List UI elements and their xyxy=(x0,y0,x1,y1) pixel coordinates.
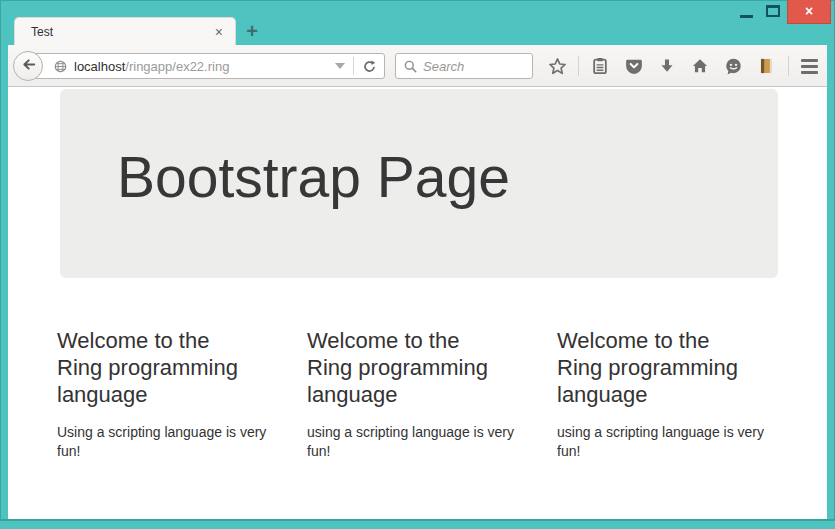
toolbar-icons xyxy=(545,45,821,87)
url-path: /ringapp/ex22.ring xyxy=(125,59,229,74)
jumbotron: Bootstrap Page xyxy=(60,89,778,278)
toolbar-divider xyxy=(788,56,789,76)
home-icon xyxy=(691,57,709,75)
addon-book-button[interactable] xyxy=(755,54,779,78)
titlebar: Test × + × xyxy=(0,0,835,45)
smiley-bubble-icon xyxy=(724,57,743,76)
url-bar[interactable]: localhost/ringapp/ex22.ring xyxy=(30,53,385,79)
download-icon xyxy=(658,57,676,75)
pocket-icon xyxy=(625,57,643,75)
toolbar-divider xyxy=(578,56,579,76)
book-icon xyxy=(758,57,775,75)
window-controls: × xyxy=(733,0,831,24)
url-dropdown-icon[interactable] xyxy=(335,63,345,69)
url-text: localhost/ringapp/ex22.ring xyxy=(74,59,327,74)
back-button[interactable] xyxy=(13,51,43,81)
back-arrow-icon xyxy=(20,56,37,77)
column-text: using a scripting language is very fun! xyxy=(307,423,529,461)
column-text: using a scripting language is very fun! xyxy=(557,423,779,461)
minimize-icon xyxy=(740,15,753,18)
column-heading: Welcome to the Ring programming language xyxy=(57,327,247,408)
tab-close-icon[interactable]: × xyxy=(213,25,225,39)
bookmark-star-button[interactable] xyxy=(545,54,569,78)
downloads-button[interactable] xyxy=(655,54,679,78)
column-heading: Welcome to the Ring programming language xyxy=(557,327,747,408)
url-host: localhost xyxy=(74,59,125,74)
globe-icon xyxy=(53,59,68,74)
maximize-button[interactable] xyxy=(759,0,787,24)
search-icon xyxy=(403,59,418,74)
content-column-1: Welcome to the Ring programming language… xyxy=(57,327,279,461)
column-row: Welcome to the Ring programming language… xyxy=(57,327,787,461)
new-tab-button[interactable]: + xyxy=(240,21,264,43)
menu-button[interactable] xyxy=(798,56,821,77)
hello-button[interactable] xyxy=(721,54,745,78)
star-icon xyxy=(548,57,567,76)
reload-icon xyxy=(362,59,377,74)
browser-chrome: localhost/ringapp/ex22.ring xyxy=(8,45,827,519)
reload-button[interactable] xyxy=(354,54,384,78)
navigation-toolbar: localhost/ringapp/ex22.ring xyxy=(8,45,827,87)
tab-title: Test xyxy=(31,25,213,39)
pocket-button[interactable] xyxy=(622,54,646,78)
browser-window: Test × + × localhost/ringapp/ex22.ring xyxy=(0,0,835,529)
content-column-2: Welcome to the Ring programming language… xyxy=(307,327,529,461)
content-column-3: Welcome to the Ring programming language… xyxy=(557,327,779,461)
browser-tab[interactable]: Test × xyxy=(14,17,236,45)
page-content: Bootstrap Page Welcome to the Ring progr… xyxy=(8,87,827,519)
search-input[interactable] xyxy=(423,59,526,74)
maximize-icon xyxy=(766,5,780,17)
window-bottom-border xyxy=(0,519,835,529)
hamburger-icon xyxy=(801,59,818,62)
home-button[interactable] xyxy=(688,54,712,78)
column-heading: Welcome to the Ring programming language xyxy=(307,327,497,408)
page-title: Bootstrap Page xyxy=(117,149,778,206)
column-text: Using a scripting language is very fun! xyxy=(57,423,279,461)
close-button[interactable]: × xyxy=(787,0,831,24)
minimize-button[interactable] xyxy=(733,0,759,24)
search-box[interactable] xyxy=(395,53,533,79)
bookmarks-menu-button[interactable] xyxy=(588,54,612,78)
clipboard-icon xyxy=(591,57,609,75)
